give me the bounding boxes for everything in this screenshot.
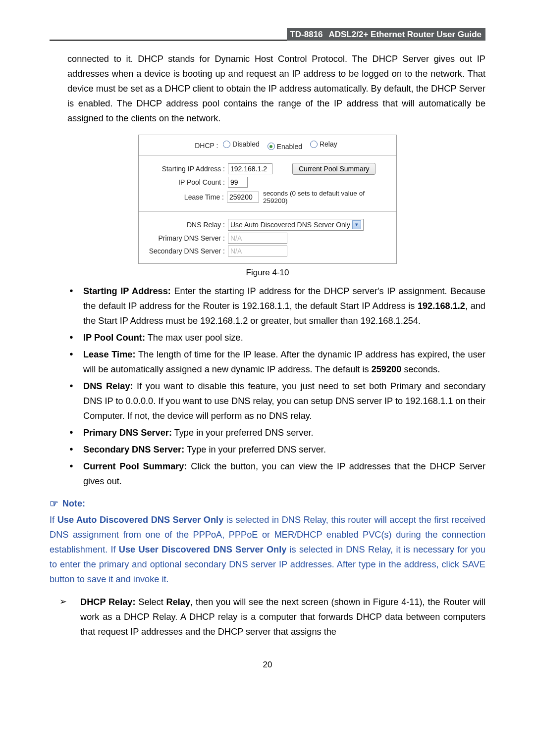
ip-pool-label: IP Pool Count :	[146, 178, 228, 186]
primary-dns-input[interactable]	[228, 233, 287, 244]
radio-icon	[223, 141, 230, 148]
ip-pool-input[interactable]	[228, 177, 248, 188]
primary-dns-label: Primary DNS Server :	[146, 234, 228, 242]
chevron-down-icon: ▾	[352, 220, 361, 229]
note-body: If Use Auto Discovered DNS Server Only i…	[50, 512, 485, 587]
list-item: DNS Relay: If you want to disable this f…	[67, 379, 485, 423]
lease-time-label: Lease Time :	[146, 193, 227, 201]
document-page: TD-8816ADSL2/2+ Ethernet Router User Gui…	[0, 0, 535, 690]
pointer-icon: ☞	[50, 498, 58, 509]
starting-ip-input[interactable]	[228, 163, 272, 174]
model-badge: TD-8816	[287, 28, 325, 41]
figure-caption: Figure 4-10	[50, 268, 485, 278]
dhcp-label: DHCP :	[195, 142, 218, 150]
starting-ip-label: Starting IP Address :	[146, 165, 228, 173]
list-item: IP Pool Count: The max user pool size.	[67, 330, 485, 345]
dns-relay-select[interactable]: Use Auto Discovered DNS Server Only ▾	[228, 219, 364, 231]
dhcp-figure: DHCP : Disabled Enabled Relay Starting I…	[138, 135, 397, 264]
list-item: Current Pool Summary: Click the button, …	[67, 459, 485, 489]
list-item: DHCP Relay: Select Relay, then you will …	[50, 595, 485, 639]
radio-icon	[310, 141, 318, 148]
list-item: Lease Time: The length of time for the I…	[67, 347, 485, 377]
arrow-list: DHCP Relay: Select Relay, then you will …	[50, 595, 485, 639]
current-pool-summary-button[interactable]: Current Pool Summary	[292, 163, 375, 175]
doc-title: ADSL2/2+ Ethernet Router User Guide	[326, 28, 485, 41]
secondary-dns-input[interactable]	[228, 246, 287, 256]
intro-paragraph: connected to it. DHCP stands for Dynamic…	[67, 51, 485, 126]
list-item: Secondary DNS Server: Type in your prefe…	[67, 442, 485, 457]
dns-relay-label: DNS Relay :	[146, 221, 228, 229]
bullet-list: Starting IP Address: Enter the starting …	[50, 284, 485, 489]
page-number: 20	[50, 660, 485, 670]
note-heading: ☞ Note:	[50, 498, 485, 509]
secondary-dns-label: Secondary DNS Server :	[146, 247, 228, 255]
radio-enabled[interactable]: Enabled	[268, 143, 302, 151]
radio-icon	[268, 143, 275, 150]
list-item: Primary DNS Server: Type in your preferr…	[67, 425, 485, 440]
lease-time-input[interactable]	[227, 192, 259, 202]
list-item: Starting IP Address: Enter the starting …	[67, 284, 485, 328]
radio-relay[interactable]: Relay	[310, 140, 337, 148]
radio-disabled[interactable]: Disabled	[223, 140, 259, 148]
page-header: TD-8816ADSL2/2+ Ethernet Router User Gui…	[50, 30, 485, 41]
lease-suffix: seconds (0 sets to default value of 2592…	[263, 190, 389, 204]
